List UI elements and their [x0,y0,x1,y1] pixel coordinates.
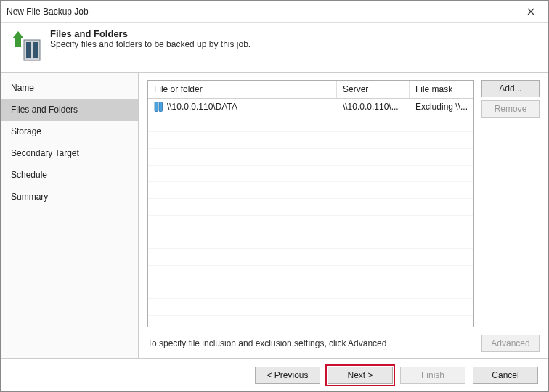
previous-button[interactable]: < Previous [255,367,320,384]
sidebar-item-schedule[interactable]: Schedule [1,164,138,186]
col-server[interactable]: Server [337,81,410,98]
wizard-main: File or folder Server File mask [139,73,548,358]
add-button[interactable]: Add... [481,80,540,97]
svg-rect-1 [26,42,31,58]
grid-body[interactable]: \\10.0.0.110\DATA \\10.0.0.110\... Exclu… [148,99,473,327]
cell-mask: Excluding \\... [410,102,473,112]
sidebar-item-files-and-folders[interactable]: Files and Folders [1,99,138,121]
wizard-body: Name Files and Folders Storage Secondary… [1,72,548,358]
hint-row: To specify file inclusion and exclusion … [147,335,540,352]
grid-area: File or folder Server File mask [147,80,540,327]
wizard-header-text: Files and Folders Specify files and fold… [50,28,251,63]
files-grid: File or folder Server File mask [147,80,474,327]
hint-text: To specify file inclusion and exclusion … [147,338,481,348]
finish-button: Finish [400,367,465,384]
cell-server: \\10.0.0.110\... [337,102,410,112]
col-file-mask[interactable]: File mask [410,81,473,98]
wizard-header: Files and Folders Specify files and fold… [1,23,548,72]
table-row[interactable]: \\10.0.0.110\DATA \\10.0.0.110\... Exclu… [148,99,473,115]
cell-path-text: \\10.0.0.110\DATA [167,102,237,112]
side-button-column: Add... Remove [481,80,540,327]
wizard-sidebar: Name Files and Folders Storage Secondary… [1,73,139,358]
sidebar-item-storage[interactable]: Storage [1,121,138,142]
svg-rect-4 [159,102,163,112]
remove-button: Remove [481,100,540,118]
titlebar: New File Backup Job [1,1,548,23]
wizard-step-title: Files and Folders [50,28,251,39]
wizard-footer: < Previous Next > Finish Cancel [1,358,548,391]
grid-header: File or folder Server File mask [148,81,473,99]
sidebar-item-name[interactable]: Name [1,77,138,99]
cancel-button[interactable]: Cancel [473,367,538,384]
share-icon [154,102,164,112]
window-title: New File Backup Job [7,7,519,17]
close-icon[interactable] [519,3,542,20]
svg-rect-3 [155,102,158,112]
svg-rect-2 [33,42,38,58]
wizard-step-subtitle: Specify files and folders to be backed u… [50,39,251,49]
wizard-header-icon [8,28,43,63]
wizard-window: New File Backup Job Files and Folders Sp… [0,0,549,392]
cell-path: \\10.0.0.110\DATA [148,102,337,112]
sidebar-item-secondary-target[interactable]: Secondary Target [1,142,138,164]
col-file-or-folder[interactable]: File or folder [148,81,337,98]
next-button[interactable]: Next > [328,367,393,384]
sidebar-item-summary[interactable]: Summary [1,186,138,208]
advanced-button: Advanced [481,335,540,352]
